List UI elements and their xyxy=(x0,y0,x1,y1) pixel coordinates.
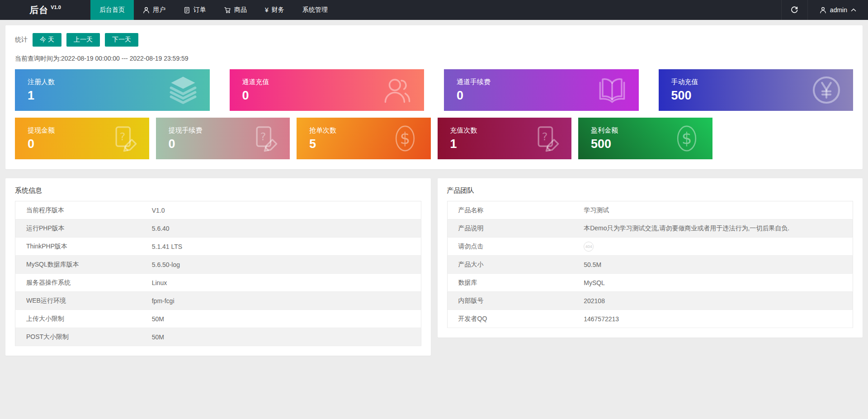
stat-card-manual-recharge: 手动充值 500 xyxy=(659,69,854,111)
row-label: 内部版号 xyxy=(447,292,573,310)
svg-text:$: $ xyxy=(400,129,410,148)
table-row: 开发者QQ 1467572213 xyxy=(447,310,853,328)
nav-item-system[interactable]: 系统管理 xyxy=(293,0,337,20)
row-value: 50M xyxy=(141,310,421,328)
nav-item-label: 商品 xyxy=(234,6,247,14)
refresh-button[interactable] xyxy=(781,0,807,20)
stat-card-channel-recharge: 通道充值 0 xyxy=(230,69,425,111)
stat-cards-row1: 注册人数 1 通道充值 0 通道手续费 xyxy=(15,69,853,111)
nav-item-label: 财务 xyxy=(272,6,284,14)
table-row: 产品大小 50.5M xyxy=(447,256,853,274)
dollar-circle-icon: $ xyxy=(672,124,702,153)
row-label: 数据库 xyxy=(447,274,573,292)
row-value: 1467572213 xyxy=(573,310,853,328)
nav-item-home[interactable]: 后台首页 xyxy=(90,0,134,20)
stat-card-channel-fee: 通道手续费 0 xyxy=(444,69,639,111)
do-not-click-badge[interactable]: 404 xyxy=(584,242,594,252)
table-row: 产品说明 本Demo只为学习测试交流,请勿要做商业或者用于违法行为,一切后果自负… xyxy=(447,219,853,238)
table-row: 运行PHP版本 5.6.40 xyxy=(15,219,421,238)
app-version: V1.0 xyxy=(51,5,61,10)
doc-edit-icon: ? xyxy=(108,124,138,153)
stat-card-label: 盈利金额 xyxy=(591,126,618,135)
row-label: 运行PHP版本 xyxy=(15,219,141,238)
table-row: WEB运行环境 fpm-fcgi xyxy=(15,292,421,310)
stat-card-order-grabs: 抢单次数 5 $ xyxy=(297,118,431,159)
doc-edit-icon: ? xyxy=(249,124,279,153)
system-info-title: 系统信息 xyxy=(5,178,431,201)
row-value: fpm-fcgi xyxy=(141,292,421,310)
nav-item-users[interactable]: 用户 xyxy=(134,0,175,20)
stat-card-recharge-count: 充值次数 1 ? xyxy=(438,118,572,159)
today-button[interactable]: 今 天 xyxy=(33,33,61,47)
table-row: 产品名称 学习测试 xyxy=(447,201,853,219)
row-label: 产品大小 xyxy=(447,256,573,274)
next-day-button[interactable]: 下一天 xyxy=(105,33,138,47)
stat-card-value: 0 xyxy=(169,137,203,151)
yen-circle-icon xyxy=(811,74,842,106)
row-value: 404 xyxy=(573,238,853,256)
app-logo[interactable]: 后台 V1.0 xyxy=(0,0,90,20)
dollar-circle-icon: $ xyxy=(390,124,420,153)
app-title: 后台 xyxy=(29,4,48,16)
stat-card-value: 5 xyxy=(309,137,336,151)
navbar-spacer xyxy=(337,0,781,20)
system-info-panel: 系统信息 当前程序版本 V1.0 运行PHP版本 5.6.40 ThinkPHP… xyxy=(5,178,431,356)
row-label: WEB运行环境 xyxy=(15,292,141,310)
stat-card-profit: 盈利金额 500 $ xyxy=(578,118,712,159)
row-value: Linux xyxy=(141,274,421,292)
svg-text:?: ? xyxy=(260,130,266,143)
row-label: MySQL数据库版本 xyxy=(15,256,141,274)
row-value: 5.6.40 xyxy=(141,219,421,238)
table-row: 上传大小限制 50M xyxy=(15,310,421,328)
table-row: 请勿点击 404 xyxy=(447,238,853,256)
username: admin xyxy=(830,6,847,14)
bottom-section: 系统信息 当前程序版本 V1.0 运行PHP版本 5.6.40 ThinkPHP… xyxy=(5,178,863,356)
table-row: POST大小限制 50M xyxy=(15,328,421,346)
query-time-text: 当前查询时间为:2022-08-19 00:00:00 --- 2022-08-… xyxy=(15,55,853,63)
row-value: 202108 xyxy=(573,292,853,310)
book-icon xyxy=(596,74,628,106)
top-navbar: 后台 V1.0 后台首页 用户 订单 商品 ¥ 财务 系统管理 admin xyxy=(0,0,868,20)
row-label: 产品名称 xyxy=(447,201,573,219)
main-menu: 后台首页 用户 订单 商品 ¥ 财务 系统管理 xyxy=(90,0,337,20)
stat-card-label: 提现金额 xyxy=(28,126,55,135)
stat-card-label: 注册人数 xyxy=(28,78,55,86)
row-label: 当前程序版本 xyxy=(15,201,141,219)
file-icon xyxy=(184,7,190,14)
stat-card-label: 充值次数 xyxy=(450,126,477,135)
stat-card-withdraw-amount: 提现金额 0 ? xyxy=(15,118,149,159)
nav-item-finance[interactable]: ¥ 财务 xyxy=(256,0,293,20)
prev-day-button[interactable]: 上一天 xyxy=(66,33,100,47)
row-value: 本Demo只为学习测试交流,请勿要做商业或者用于违法行为,一切后果自负. xyxy=(573,219,853,238)
nav-item-products[interactable]: 商品 xyxy=(215,0,256,20)
product-team-panel: 产品团队 产品名称 学习测试 产品说明 本Demo只为学习测试交流,请勿要做商业… xyxy=(438,178,863,338)
stat-card-label: 通道充值 xyxy=(242,78,269,86)
nav-item-orders[interactable]: 订单 xyxy=(175,0,215,20)
user-dropdown[interactable]: admin xyxy=(807,0,868,20)
layers-icon xyxy=(167,74,199,106)
users-icon xyxy=(382,74,413,106)
user-icon xyxy=(820,7,826,14)
svg-text:?: ? xyxy=(119,130,125,143)
row-value: MySQL xyxy=(573,274,853,292)
stat-card-value: 0 xyxy=(457,89,491,103)
row-label: 请勿点击 xyxy=(447,238,573,256)
row-value: 5.6.50-log xyxy=(141,256,421,274)
row-label: ThinkPHP版本 xyxy=(15,238,141,256)
cart-icon xyxy=(224,7,231,14)
stat-card-value: 1 xyxy=(450,137,477,151)
row-label: 开发者QQ xyxy=(447,310,573,328)
row-value: V1.0 xyxy=(141,201,421,219)
row-label: POST大小限制 xyxy=(15,328,141,346)
stat-card-label: 抢单次数 xyxy=(309,126,336,135)
stat-card-value: 0 xyxy=(28,137,55,151)
row-value: 50M xyxy=(141,328,421,346)
svg-text:?: ? xyxy=(542,130,548,143)
stat-card-label: 提现手续费 xyxy=(169,126,203,135)
table-row: 内部版号 202108 xyxy=(447,292,853,310)
stat-card-value: 500 xyxy=(591,137,618,151)
stat-card-value: 1 xyxy=(28,89,55,103)
stats-section-label: 统计 xyxy=(15,36,28,44)
row-value: 5.1.41 LTS xyxy=(141,238,421,256)
table-row: 服务器操作系统 Linux xyxy=(15,274,421,292)
